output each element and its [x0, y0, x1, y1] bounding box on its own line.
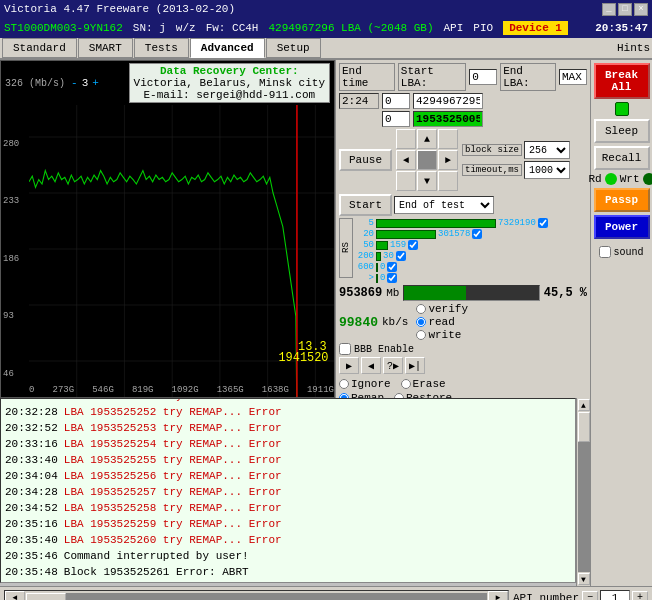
dr-title: Data Recovery Center: [134, 65, 325, 77]
dr-line2: E-mail: sergei@hdd-911.com [134, 89, 325, 101]
hscroll-left[interactable]: ◄ [5, 591, 25, 601]
erase-radio[interactable] [401, 379, 411, 389]
maximize-button[interactable]: □ [618, 3, 632, 16]
controls-row4: Pause ▲ ◄ ► ▼ block size 256128512 [339, 129, 587, 191]
dir-down[interactable]: ▼ [417, 171, 437, 191]
lba-end2[interactable] [413, 111, 483, 127]
tab-smart[interactable]: SMART [78, 38, 133, 58]
tab-tests[interactable]: Tests [134, 38, 189, 58]
end-time-input[interactable] [339, 93, 379, 109]
sound-checkbox[interactable] [599, 246, 611, 258]
y-label-2: 280 [3, 139, 19, 149]
dir-up-right[interactable] [438, 129, 458, 149]
log-line: 20:35:16LBA 1953525259 try REMAP... Erro… [5, 516, 571, 532]
speed-cb-600[interactable] [387, 262, 397, 272]
recall-button[interactable]: Recall [594, 146, 650, 170]
seek-btn[interactable]: ?▶ [383, 357, 403, 374]
log-scrollbar[interactable]: ▲ ▼ [576, 398, 590, 586]
speed-cb-200[interactable] [396, 251, 406, 261]
scroll-down-btn[interactable]: ▼ [578, 573, 590, 585]
tab-standard[interactable]: Standard [2, 38, 77, 58]
ignore-radio[interactable] [339, 379, 349, 389]
device-label: Device 1 [503, 21, 568, 35]
power-button[interactable]: Power [594, 215, 650, 239]
dir-left[interactable]: ◄ [396, 150, 416, 170]
sleep-button[interactable]: Sleep [594, 119, 650, 143]
top-info-bar: ST1000DM003-9YN162 SN: j w/z Fw: CC4H 42… [0, 18, 652, 38]
api-value-input[interactable] [600, 590, 630, 601]
write-radio[interactable] [416, 330, 426, 340]
api-plus-btn[interactable]: + [632, 591, 648, 601]
rs-label: RS [339, 218, 353, 278]
api-minus-btn[interactable]: − [582, 591, 598, 601]
start-lba-current[interactable] [382, 93, 410, 109]
mode-radios: verify read write [416, 303, 468, 341]
end-lba-val[interactable] [413, 93, 483, 109]
log-area[interactable]: 20:32:04LBA 1953525251 try REMAP... Erro… [0, 398, 576, 583]
verify-radio-label[interactable]: verify [416, 303, 468, 315]
start-lba-input[interactable] [469, 69, 497, 85]
media-controls: ▶ ◀ ?▶ ▶| [339, 357, 587, 374]
dir-down-left[interactable] [396, 171, 416, 191]
write-label: write [428, 329, 461, 341]
x-label-0: 0 [29, 385, 34, 395]
tab-advanced[interactable]: Advanced [190, 38, 265, 58]
progress-bar [403, 285, 539, 301]
end-of-test-select[interactable]: End of test [394, 196, 494, 214]
block-size-row: block size 256128512 [462, 141, 570, 159]
speed-label-50: 50 [356, 240, 374, 250]
read-radio-label[interactable]: read [416, 316, 468, 328]
hscroll-track [26, 593, 487, 601]
pause-button[interactable]: Pause [339, 149, 392, 171]
bbb-checkbox[interactable] [339, 343, 351, 355]
end-lba-input[interactable] [559, 69, 587, 85]
lba-current2[interactable] [382, 111, 410, 127]
ignore-radio-label[interactable]: Ignore [339, 378, 391, 390]
speed-cb-gt[interactable] [387, 273, 397, 283]
y-unit-label: 326 (Mb/s) [5, 78, 65, 89]
block-size-select[interactable]: 256128512 [524, 141, 570, 159]
start-button[interactable]: Start [339, 194, 392, 216]
right-log-area [590, 398, 652, 586]
chart-minus-btn[interactable]: - [71, 77, 78, 89]
read-radio[interactable] [416, 317, 426, 327]
dir-right[interactable]: ► [438, 150, 458, 170]
timeout-select[interactable]: 10005002000 [524, 161, 570, 179]
hscroll-right[interactable]: ► [488, 591, 508, 601]
end-btn[interactable]: ▶| [405, 357, 425, 374]
minimize-button[interactable]: _ [602, 3, 616, 16]
play-btn[interactable]: ▶ [339, 357, 359, 374]
scroll-up-btn[interactable]: ▲ [578, 399, 590, 411]
passp-button[interactable]: Passp [594, 188, 650, 212]
speed-bar-gt [376, 274, 378, 283]
chart-plus-btn[interactable]: + [92, 77, 99, 89]
write-radio-label[interactable]: write [416, 329, 468, 341]
close-button[interactable]: × [634, 3, 648, 16]
h-scrollbar[interactable]: ◄ ► [4, 590, 509, 601]
speed-cb-50[interactable] [408, 240, 418, 250]
erase-radio-label[interactable]: Erase [401, 378, 446, 390]
y-label-3: 233 [3, 196, 19, 206]
hints-btn[interactable]: Hints [617, 42, 650, 54]
dir-up-left[interactable] [396, 129, 416, 149]
speed-unit: kb/s [382, 316, 408, 328]
verify-radio[interactable] [416, 304, 426, 314]
tab-setup[interactable]: Setup [266, 38, 321, 58]
dir-down-right[interactable] [438, 171, 458, 191]
fw-label: Fw: CC4H [206, 22, 259, 34]
speed-cb-5[interactable] [538, 218, 548, 228]
wrt-label: Wrt [620, 173, 640, 185]
break-all-button[interactable]: Break All [594, 63, 650, 99]
y-axis: 326 280 233 186 93 46 [3, 81, 19, 379]
dir-up[interactable]: ▲ [417, 129, 437, 149]
prev-btn[interactable]: ◀ [361, 357, 381, 374]
y-label-4: 186 [3, 254, 19, 264]
lba-row2 [339, 93, 587, 109]
data-recovery-box: Data Recovery Center: Victoria, Belarus,… [129, 63, 330, 103]
speed-row: 99840 kb/s verify read write [339, 303, 587, 341]
rd-wrt-section: Rd Wrt [589, 173, 653, 185]
api-spinner: − + [582, 590, 648, 601]
speed-cb-20[interactable] [472, 229, 482, 239]
progress-mb: 953869 [339, 286, 382, 300]
log-line: 20:35:48Block 1953525261 Error: ABRT [5, 564, 571, 580]
